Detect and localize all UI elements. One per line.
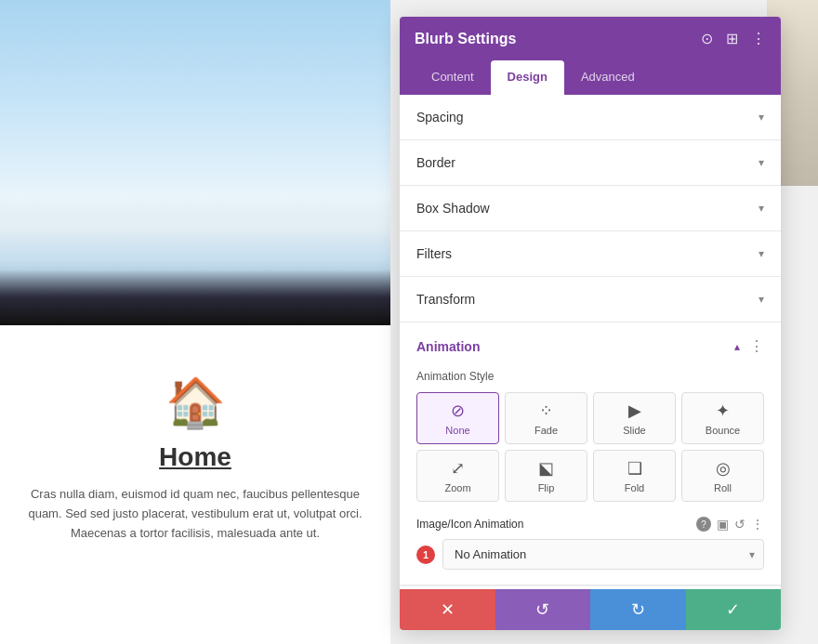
accordion-box-shadow: Box Shadow ▾: [400, 186, 781, 231]
tab-content[interactable]: Content: [415, 60, 491, 95]
panel-header: Blurb Settings ⊙ ⊞ ⋮: [400, 17, 781, 60]
home-icon: 🏠: [165, 375, 226, 431]
settings-icon[interactable]: ⊙: [701, 30, 713, 47]
anim-zoom-label: Zoom: [444, 482, 470, 493]
animation-label: Animation: [416, 339, 480, 354]
ocean-waves: [0, 186, 390, 325]
image-anim-help-icon[interactable]: ?: [696, 517, 711, 532]
blurb-settings-panel: Blurb Settings ⊙ ⊞ ⋮ Content Design Adva…: [400, 17, 781, 630]
anim-fold-icon: ❑: [627, 458, 642, 479]
numbered-badge: 1: [416, 545, 435, 564]
anim-none-label: None: [445, 425, 469, 436]
animation-more-icon[interactable]: ⋮: [749, 337, 764, 355]
content-area: 🏠 Home Cras nulla diam, euismod id quam …: [0, 347, 390, 644]
anim-roll-label: Roll: [714, 482, 732, 493]
accordion-transform-header[interactable]: Transform ▾: [400, 277, 781, 322]
reset-button[interactable]: ↺: [495, 589, 591, 630]
accordion-filters-header[interactable]: Filters ▾: [400, 231, 781, 276]
tab-design[interactable]: Design: [491, 60, 564, 95]
border-label: Border: [416, 155, 455, 170]
layout-icon[interactable]: ⊞: [726, 30, 738, 47]
animation-style-label: Animation Style: [416, 370, 764, 383]
anim-fade-icon: ⁘: [539, 401, 553, 421]
animation-header-right: ▴ ⋮: [734, 337, 764, 355]
box-shadow-label: Box Shadow: [416, 201, 490, 216]
accordion-transform: Transform ▾: [400, 277, 781, 322]
accordion-filters: Filters ▾: [400, 231, 781, 277]
anim-none-btn[interactable]: ⊘ None: [416, 392, 499, 444]
tab-advanced[interactable]: Advanced: [564, 60, 652, 95]
panel-tabs: Content Design Advanced: [400, 60, 781, 95]
border-chevron: ▾: [759, 156, 764, 169]
animation-header[interactable]: Animation ▴ ⋮: [400, 322, 781, 370]
anim-bounce-label: Bounce: [706, 425, 740, 436]
animation-grid: ⊘ None ⁘ Fade ▶ Slide ✦ Bounce: [416, 392, 764, 502]
home-text: Cras nulla diam, euismod id quam nec, fa…: [19, 485, 372, 543]
ocean-image: [0, 0, 390, 325]
no-animation-select[interactable]: No Animation Fade Slide Zoom Bounce: [442, 539, 764, 570]
accordion-border-header[interactable]: Border ▾: [400, 140, 781, 185]
home-title: Home: [159, 442, 231, 472]
box-shadow-chevron: ▾: [759, 202, 764, 215]
anim-flip-label: Flip: [538, 482, 555, 493]
filters-label: Filters: [416, 246, 452, 261]
anim-none-icon: ⊘: [451, 401, 465, 421]
anim-zoom-btn[interactable]: ⤢ Zoom: [416, 450, 499, 502]
anim-slide-icon: ▶: [628, 401, 641, 421]
more-icon[interactable]: ⋮: [751, 30, 766, 47]
transform-chevron: ▾: [759, 293, 764, 306]
panel-body: Spacing ▾ Border ▾ Box Shadow ▾ Filters …: [400, 95, 781, 589]
save-button[interactable]: ✓: [686, 589, 782, 630]
filters-chevron: ▾: [759, 247, 764, 260]
cancel-button[interactable]: ✕: [400, 589, 495, 630]
image-anim-more-icon[interactable]: ⋮: [751, 517, 764, 532]
image-anim-label: Image/Icon Animation: [416, 518, 691, 531]
anim-fade-label: Fade: [534, 425, 558, 436]
anim-slide-btn[interactable]: ▶ Slide: [593, 392, 676, 444]
animation-header-left: Animation: [416, 339, 480, 354]
select-row: 1 No Animation Fade Slide Zoom Bounce ▾: [416, 539, 764, 570]
anim-bounce-icon: ✦: [716, 401, 730, 421]
image-anim-icons: ? ▣ ↺ ⋮: [696, 517, 764, 532]
animation-body: Animation Style ⊘ None ⁘ Fade ▶ Slide: [400, 370, 781, 585]
redo-button[interactable]: ↻: [590, 589, 686, 630]
anim-slide-label: Slide: [623, 425, 645, 436]
anim-fade-btn[interactable]: ⁘ Fade: [505, 392, 587, 444]
anim-fold-label: Fold: [625, 482, 644, 493]
image-anim-reset-icon[interactable]: ↺: [734, 517, 745, 532]
select-wrapper: No Animation Fade Slide Zoom Bounce ▾: [442, 539, 764, 570]
panel-footer-buttons: ✕ ↺ ↻ ✓: [400, 589, 781, 630]
anim-bounce-btn[interactable]: ✦ Bounce: [681, 392, 764, 444]
panel-title: Blurb Settings: [415, 31, 516, 47]
panel-header-icons: ⊙ ⊞ ⋮: [701, 30, 766, 47]
anim-flip-btn[interactable]: ⬕ Flip: [505, 450, 587, 502]
spacing-label: Spacing: [416, 110, 464, 125]
anim-flip-icon: ⬕: [538, 458, 554, 479]
spacing-chevron: ▾: [759, 111, 764, 124]
image-anim-device-icon[interactable]: ▣: [717, 517, 729, 532]
anim-roll-btn[interactable]: ◎ Roll: [681, 450, 764, 502]
accordion-spacing-header[interactable]: Spacing ▾: [400, 95, 781, 139]
accordion-border: Border ▾: [400, 140, 781, 186]
transform-label: Transform: [416, 292, 475, 307]
anim-roll-icon: ◎: [716, 458, 731, 479]
image-anim-row: Image/Icon Animation ? ▣ ↺ ⋮: [416, 517, 764, 532]
accordion-spacing: Spacing ▾: [400, 95, 781, 140]
accordion-box-shadow-header[interactable]: Box Shadow ▾: [400, 186, 781, 230]
anim-zoom-icon: ⤢: [451, 458, 465, 479]
anim-fold-btn[interactable]: ❑ Fold: [593, 450, 676, 502]
animation-section: Animation ▴ ⋮ Animation Style ⊘ None ⁘: [400, 322, 781, 585]
animation-collapse-icon[interactable]: ▴: [734, 340, 740, 353]
